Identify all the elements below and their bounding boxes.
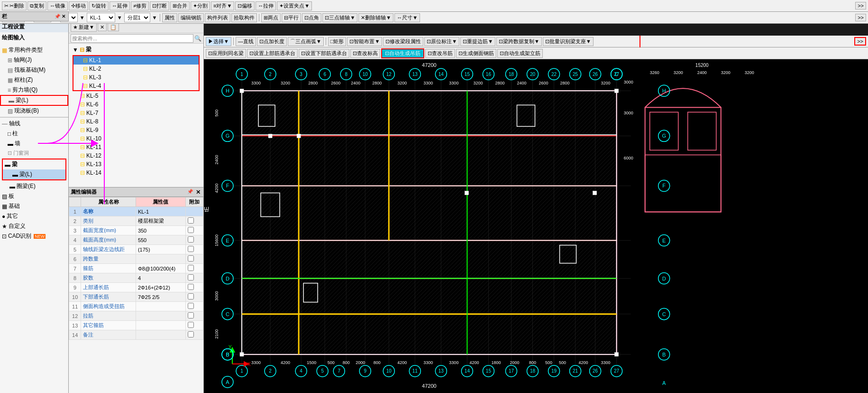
tree-item-kl6[interactable]: ⊟ KL-6 [71,100,201,109]
set-lower-btn[interactable]: ⊡设置下部筋遇承台 [299,49,349,58]
attach-checkbox-14[interactable] [188,331,194,337]
tree-item-kl5[interactable]: ⊟ KL-5 [71,92,201,100]
setpoint-button[interactable]: ✦设置夹点▼ [277,1,312,10]
tree-item-kl13[interactable]: ⊟ KL-13 [71,160,201,168]
span-copy-btn[interactable]: ⊡梁跨数据复制▼ [496,37,542,46]
copy-button[interactable]: ⧉复制 [27,1,46,10]
delete-button[interactable]: ✂✂删除 [2,1,27,10]
nav-custom[interactable]: ★ 自定义 [0,221,68,231]
more-button[interactable]: >> [855,2,866,9]
nav-foundation[interactable]: ▦ 基础 [0,201,68,211]
attach-checkbox-10[interactable] [188,293,194,299]
batch-recognize-btn[interactable]: ⊡批量识别梁支座▼ [543,37,594,46]
tree-item-kl10[interactable]: ⊟ KL-10 [71,134,201,143]
parallel-btn[interactable]: ⊟平行 [282,13,301,22]
attach-checkbox-7[interactable] [188,265,194,271]
nav-other[interactable]: ● 其它 [0,211,68,221]
apply-same-btn[interactable]: ⊡应用到同名梁 [206,49,246,58]
comp-search-input[interactable] [71,34,193,43]
stretch-button[interactable]: ↔拉伸 [256,1,276,10]
nav-cad[interactable]: ⊡ CAD识别 NEW [0,231,68,241]
point-angle-btn[interactable]: ⊡点角 [302,13,321,22]
tree-item-kl14[interactable]: ⊟ KL-14 [71,168,201,176]
trim-button[interactable]: ≠修剪 [131,1,149,10]
arc-btn[interactable]: ⌒三点画弧▼ [288,37,324,46]
tree-root-beam[interactable]: ▼ ⊟ 梁 [71,45,201,55]
smart-layout-btn[interactable]: ⊡智能布置▼ [347,37,382,46]
tree-item-kl1[interactable]: ⊟ KL-1 [73,56,199,65]
nav-shearwall[interactable]: ≡ 剪力墙(Q) [0,85,68,95]
prop-panel-pin[interactable]: 📌 [186,189,194,196]
nav-wall[interactable]: ▬ 墙 [0,139,68,149]
check-hanger-btn[interactable]: ⊡查改吊筋 [425,49,455,58]
nav-framecol[interactable]: ▬ 圈梁(E) [0,181,68,191]
edit-rebar-btn[interactable]: 编辑钢筋 [178,13,204,22]
rect-btn[interactable]: □矩形 [328,37,347,46]
search-icon[interactable]: 🔍 [194,35,201,42]
tree-item-kl2[interactable]: ⊟ KL-2 [73,65,199,73]
attach-checkbox-6[interactable] [188,255,194,262]
tree-item-kl8[interactable]: ⊟ KL-8 [71,117,201,126]
nav-board[interactable]: ▨ 板 [0,191,68,201]
nav-beamL[interactable]: ▬ 梁(L) [3,169,65,179]
check-height-btn[interactable]: ⊡查改标高 [350,49,380,58]
copy-comp-button[interactable]: 📋 [108,23,119,31]
attach-checkbox-8[interactable] [188,274,194,281]
offset-button[interactable]: ⊡偏移 [235,1,255,10]
set-upper-btn[interactable]: ⊡设置上部筋遇承台 [247,49,298,58]
more-btn3[interactable]: >> [854,37,866,46]
split-button[interactable]: ✦分割 [191,1,210,10]
two-point-btn[interactable]: ⊞两点 [261,13,281,22]
nav-pilecap[interactable]: ▤ 筏板基础(M) [0,65,68,75]
nav-col2[interactable]: □ 柱 [0,129,68,139]
gen-side-rebar-btn[interactable]: ⊡生成侧面钢筋 [456,49,496,58]
nav-beam-highlight[interactable]: ▬ 梁(L) [0,95,68,106]
select-btn[interactable]: ▶选择▼ [206,37,231,46]
nav-beam2[interactable]: ▬ 梁 [3,159,65,169]
move-button[interactable]: ✢移动 [69,1,88,10]
auto-hanger-btn[interactable]: ⊡自动生成吊筋 [381,48,424,58]
pick-comp-btn[interactable]: 拾取构件 [231,13,257,22]
layer-select[interactable]: 分层1 [124,13,150,22]
nav-axis[interactable]: ⊞ 轴网(J) [0,55,68,65]
new-comp-button[interactable]: ★ 新建▼ [71,23,97,32]
attach-checkbox-5[interactable] [188,246,194,252]
kl-select[interactable]: KL-1 [87,13,115,22]
property-btn[interactable]: 属性 [162,13,177,22]
tree-item-kl11[interactable]: ⊟ KL-11 [71,143,201,151]
modify-span-btn[interactable]: ⊡修改梁段属性 [383,37,423,46]
nav-drawing[interactable]: 绘图输入 [0,32,68,43]
attach-checkbox-2[interactable] [188,217,194,224]
attach-checkbox-4[interactable] [188,236,194,243]
three-point-aux-btn[interactable]: ⊡三点辅轴▼ [322,13,357,22]
tree-item-kl4[interactable]: ⊟ KL-4 [73,82,199,90]
nav-shell[interactable]: ▨ 现浇板(B) [0,106,68,116]
del-comp-button[interactable]: ✕ [98,23,107,31]
nav-column[interactable]: ▦ 框柱(Z) [0,75,68,85]
prop-panel-close[interactable]: ✕ [195,189,201,196]
extend-button[interactable]: ↔延伸 [110,1,130,10]
align-button[interactable]: ≡对齐▼ [211,1,234,10]
merge-button[interactable]: ⊞合并 [170,1,190,10]
rotate-button[interactable]: ↻旋转 [89,1,109,10]
tree-item-kl9[interactable]: ⊟ KL-9 [71,126,201,134]
nav-axis2[interactable]: — 轴线 [0,119,68,129]
attach-checkbox-3[interactable] [188,227,194,233]
mirror-button[interactable]: ↔镜像 [47,1,68,10]
attach-checkbox-12[interactable] [188,312,194,318]
nav-opening[interactable]: ⊡ 门窗洞 [0,149,68,158]
dim-btn[interactable]: ↔尺寸▼ [394,13,420,22]
comp-list-btn[interactable]: 构件列表 [205,13,230,22]
break-button[interactable]: ⊡打断 [150,1,169,10]
attach-checkbox-9[interactable] [188,284,194,290]
nav-common[interactable]: ▦ 常用构件类型 [0,45,68,55]
more-btn2[interactable]: >> [855,14,866,21]
orig-annotate-btn[interactable]: ⊡原位标注▼ [424,37,459,46]
tree-item-kl3[interactable]: ⊟ KL-3 [73,73,199,82]
tree-item-kl12[interactable]: ⊟ KL-12 [71,151,201,160]
auto-standbar-btn[interactable]: ⊡自动生成架立筋 [497,49,543,58]
del-aux-btn[interactable]: ✕删除辅轴▼ [358,13,393,22]
line-btn[interactable]: —直线 [236,37,256,46]
tree-item-kl7[interactable]: ⊟ KL-7 [71,109,201,117]
reprovide-btn[interactable]: ⊡重提边筋▼ [460,37,495,46]
